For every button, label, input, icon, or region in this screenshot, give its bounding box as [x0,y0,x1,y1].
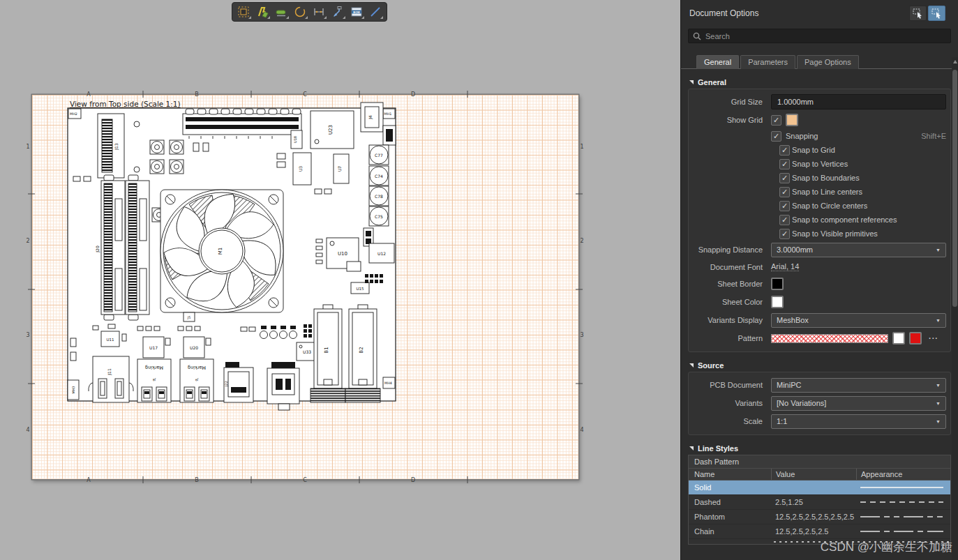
snap-to-component-references-checkbox[interactable]: ✓ [779,215,790,225]
tab-page-options[interactable]: Page Options [797,55,859,69]
snap-to-boundaries-checkbox[interactable]: ✓ [779,173,790,183]
svg-text:A: A [87,91,91,98]
tab-parameters[interactable]: Parameters [740,55,795,69]
dash-preview-solid [860,487,943,488]
cursor-rect-icon [931,8,943,19]
snap-option-label: Snap to Grid [792,146,835,154]
svg-text:3: 3 [580,332,583,338]
drawing-sheet[interactable]: AB CD AB CD 12 34 12 34 View from Top si… [23,86,587,488]
snapping-distance-dropdown[interactable]: 3.0000mm▼ [771,243,946,257]
variants-label: Variants [693,399,763,407]
place-section-view-button[interactable] [273,4,290,20]
variants-display-label: Variants Display [693,316,763,324]
section-source[interactable]: Source [689,361,951,370]
svg-text:U3: U3 [298,166,303,172]
svg-text:1: 1 [580,144,583,150]
document-font-label: Document Font [693,263,763,271]
place-bill-of-materials-button[interactable]: BOM [348,4,365,20]
snapping-checkbox[interactable]: ✓ [771,131,781,142]
show-grid-checkbox[interactable]: ✓ [771,115,781,126]
panel-tabs: General Parameters Page Options [696,55,958,69]
connector-display [267,362,299,410]
section-line-styles[interactable]: Line Styles [689,444,951,453]
svg-text:B1: B1 [324,347,329,353]
document-options-panel: Document Options [680,0,958,560]
scroll-up-icon[interactable] [953,60,957,63]
scrollbar-thumb[interactable] [952,70,957,307]
sheet-drawing: AB CD AB CD 12 34 12 34 View from Top si… [23,86,587,488]
svg-text:J8: J8 [153,378,156,381]
drawing-canvas[interactable]: BOM [0,0,680,560]
svg-text:C: C [303,91,307,98]
line-icon [368,5,382,19]
connector-j22: J22 [224,362,253,402]
grid-size-input[interactable] [771,94,946,109]
scale-dropdown[interactable]: 1:1▼ [771,414,946,429]
cursor-select-alt-button[interactable] [928,6,945,21]
pattern-foreground-color-swatch[interactable] [909,332,922,345]
snap-to-line-centers-checkbox[interactable]: ✓ [779,187,790,197]
pattern-background-color-swatch[interactable] [892,332,905,345]
view-title: View from Top side (Scale 1:1) [70,100,181,108]
pcb-document-dropdown[interactable]: MiniPC▼ [771,378,946,393]
svg-text:C: C [303,477,307,483]
table-row-solid[interactable]: Solid [689,480,950,495]
cursor-select-button[interactable] [909,6,927,21]
table-row-chain[interactable]: Chain 12.5,2.5,2.5,2.5 [689,524,950,539]
dash-preview-dashed [860,501,943,503]
svg-text:J11: J11 [107,368,112,376]
collapse-icon [689,363,694,368]
svg-text:Marking: Marking [188,365,206,370]
snap-to-visible-primitives-checkbox[interactable]: ✓ [779,229,790,239]
panel-scrollbar[interactable] [952,57,958,560]
grid-color-swatch[interactable] [786,114,798,126]
section-general[interactable]: General [689,78,951,86]
document-font-link[interactable]: Arial, 14 [771,262,799,271]
chip-u7: U7 [334,154,349,183]
svg-text:J22: J22 [224,381,228,387]
sheet-color-swatch[interactable] [771,296,784,308]
svg-text:Marking: Marking [145,365,163,370]
source-group: PCB Document MiniPC▼ Variants [No Variat… [688,372,951,435]
variants-dropdown[interactable]: [No Variations]▼ [771,396,946,411]
panel-search[interactable] [688,29,951,43]
pattern-more-button[interactable]: ··· [929,334,938,342]
chevron-down-icon: ▼ [936,401,941,406]
tab-general[interactable]: General [696,55,739,69]
chip-icon [237,5,250,19]
connector-j9-usb-stack: Marking J9 [180,359,214,402]
snap-to-grid-checkbox[interactable]: ✓ [779,145,790,156]
snapping-shortcut: Shift+E [921,132,946,140]
place-board-assembly-view-button[interactable] [235,4,252,20]
table-row-dashed[interactable]: Dashed 2.5,1.25 [689,495,950,510]
connector-b2: B2 [345,305,380,402]
dash-preview-chain [860,531,943,532]
place-detail-view-button[interactable] [292,4,308,20]
snapping-distance-label: Snapping Distance [693,245,763,254]
place-line-button[interactable] [367,4,384,20]
connector-j8-usb-stack: Marking J8 [137,359,171,402]
section-view-icon [274,5,288,19]
sheet-border-color-swatch[interactable] [771,278,784,290]
bom-table-icon: BOM [350,5,364,19]
search-input[interactable] [705,32,946,40]
place-dimension-button[interactable] [310,4,327,20]
svg-text:3: 3 [26,332,29,338]
snap-to-circle-centers-checkbox[interactable]: ✓ [779,201,790,211]
variants-display-dropdown[interactable]: MeshBox▼ [771,313,946,328]
svg-text:MH3: MH3 [72,386,75,394]
capacitor-bank: C77 C74 C78 C75 [369,145,389,226]
collapse-icon [689,80,694,84]
board-assembly-view[interactable]: View from Top side (Scale 1:1) MH2 MH1 M… [68,100,396,410]
snap-to-vertices-checkbox[interactable]: ✓ [779,159,790,169]
svg-text:1: 1 [26,144,29,150]
table-row-phantom[interactable]: Phantom 12.5,2.5,2.5,2.5,2.5,2.5 [689,510,950,524]
chevron-down-icon: ▼ [936,419,941,424]
place-callout-button[interactable] [329,4,346,20]
connector-j4: J4 [361,103,383,132]
svg-text:MH1: MH1 [384,112,392,116]
cpu-fan: M1 [158,186,285,312]
place-board-fabrication-view-button[interactable] [254,4,271,20]
snap-option-label: Snap to Vertices [792,160,848,168]
pattern-preview[interactable] [771,334,888,343]
